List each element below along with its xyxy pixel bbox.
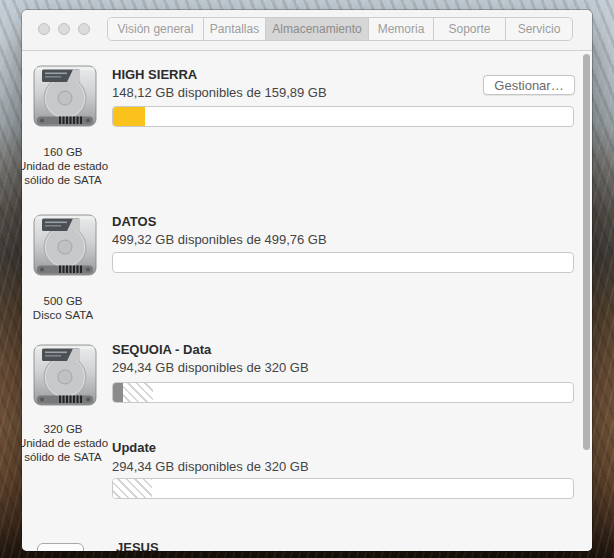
volume-name: DATOS <box>112 214 156 229</box>
disk-size-caption: 320 GB Unidad de estado sólido de SATA <box>22 422 123 464</box>
volume-available: 294,34 GB disponibles de 320 GB <box>112 459 309 474</box>
storage-usage-bar <box>112 382 574 403</box>
used-space-segment <box>113 107 145 126</box>
hard-disk-icon <box>33 65 97 127</box>
zoom-button-icon[interactable] <box>78 23 90 35</box>
storage-pane: Gestionar… HIGH SIERRA 148,12 GB disponi… <box>22 51 592 551</box>
about-this-mac-window: Visión general Pantallas Almacenamiento … <box>22 10 592 551</box>
volume-name: Update <box>112 440 156 455</box>
disk-size-caption: 160 GB Unidad de estado sólido de SATA <box>22 145 123 187</box>
volume-available: 499,32 GB disponibles de 499,76 GB <box>112 232 327 247</box>
volume-available: 294,34 GB disponibles de 320 GB <box>112 360 309 375</box>
storage-usage-bar <box>112 478 574 499</box>
vertical-scrollbar[interactable] <box>583 54 590 450</box>
reserved-space-segment <box>113 479 152 498</box>
hard-disk-icon <box>33 214 97 276</box>
tab-servicio[interactable]: Servicio <box>506 18 572 40</box>
tab-memoria[interactable]: Memoria <box>369 18 434 40</box>
volume-available: 148,12 GB disponibles de 159,89 GB <box>112 85 327 100</box>
volume-name: HIGH SIERRA <box>112 67 197 82</box>
volume-name: SEQUOIA - Data <box>112 342 211 357</box>
volume-name: JESUS <box>116 540 159 551</box>
storage-usage-bar <box>112 106 574 127</box>
tab-pantallas[interactable]: Pantallas <box>204 18 266 40</box>
manage-button[interactable]: Gestionar… <box>483 75 575 95</box>
storage-usage-bar <box>112 252 574 273</box>
tab-bar: Visión general Pantallas Almacenamiento … <box>107 17 573 41</box>
used-space-segment <box>113 383 123 402</box>
titlebar[interactable]: Visión general Pantallas Almacenamiento … <box>22 10 592 51</box>
tab-soporte[interactable]: Soporte <box>434 18 506 40</box>
close-button-icon[interactable] <box>38 23 50 35</box>
hard-disk-icon <box>37 543 84 551</box>
disk-size-caption: 500 GB Disco SATA <box>22 294 123 322</box>
tab-almacenamiento[interactable]: Almacenamiento <box>266 18 369 40</box>
tab-vision-general[interactable]: Visión general <box>108 18 204 40</box>
minimize-button-icon[interactable] <box>58 23 70 35</box>
hard-disk-icon <box>33 344 97 406</box>
reserved-space-segment <box>123 383 153 402</box>
